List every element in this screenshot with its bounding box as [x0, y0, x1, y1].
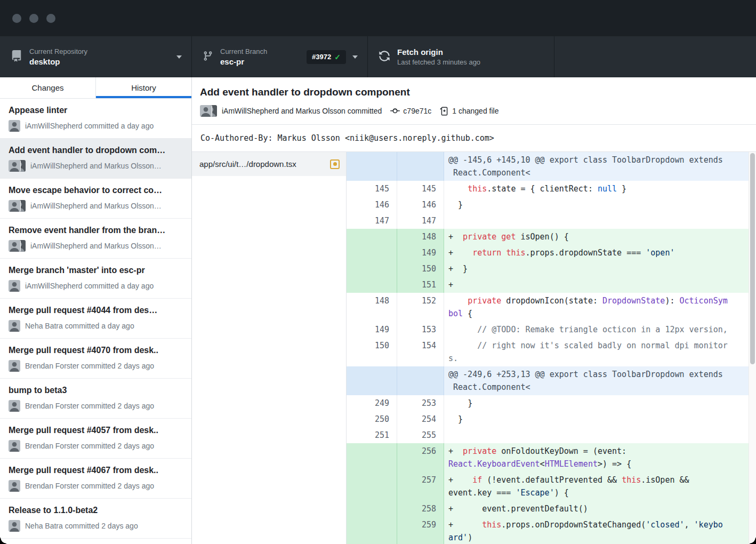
- check-icon: ✓: [334, 53, 341, 61]
- sync-icon: [379, 50, 390, 64]
- commit-item-meta-text: Brendan Forster committed 2 days ago: [25, 362, 154, 370]
- commit-item-meta-text: Brendan Forster committed 2 days ago: [25, 442, 154, 450]
- diff-line-row: 249253 }: [347, 395, 749, 411]
- tab-history[interactable]: History: [96, 77, 191, 98]
- branch-name: esc-pr: [220, 57, 303, 67]
- commit-item-meta: iAmWillShepherd and Markus Olsson…: [9, 200, 183, 212]
- commit-item-meta-text: iAmWillShepherd and Markus Olsson…: [30, 162, 162, 170]
- diff-scrollbar[interactable]: [749, 152, 756, 544]
- diff-line-content: // right now it's scaled badly on normal…: [444, 338, 749, 366]
- sidebar: Changes History Appease linter iAmWillSh…: [0, 77, 192, 544]
- branch-switcher-button[interactable]: Current Branch esc-pr #3972 ✓: [192, 36, 368, 77]
- old-line-number: [347, 152, 397, 181]
- commit-list-item[interactable]: Merge pull request #4070 from desk.. Bre…: [0, 339, 191, 379]
- diff-line-content: [444, 427, 749, 443]
- file-path: app/src/ui/t…/dropdown.tsx: [199, 159, 325, 169]
- commit-list-item[interactable]: Merge branch 'master' into esc-pr iAmWil…: [0, 259, 191, 299]
- commit-header: Add event handler to dropdown component …: [192, 77, 756, 124]
- diff-line-row: 150154 // right now it's scaled badly on…: [347, 338, 749, 366]
- old-line-number: 145: [347, 181, 397, 197]
- diff-line-content: + }: [444, 261, 749, 277]
- commit-title: Add event handler to dropdown component: [200, 85, 747, 99]
- diff-line-content: @@ -145,6 +145,10 @@ export class Toolba…: [444, 152, 749, 181]
- commit-item-title: Release to 1.1.0-beta2: [9, 505, 183, 516]
- window-corner-mask: [0, 538, 6, 544]
- changed-files-count: 1 changed file: [452, 107, 498, 115]
- commit-item-meta: Brendan Forster committed 2 days ago: [9, 360, 183, 372]
- commit-authors: iAmWillShepherd and Markus Olsson commit…: [222, 107, 382, 115]
- new-line-number: [397, 366, 444, 395]
- pr-status-badge[interactable]: #3972 ✓: [307, 50, 346, 64]
- old-line-number: 146: [347, 197, 397, 213]
- commit-item-title: Merge pull request #4044 from des…: [9, 305, 183, 316]
- commit-item-meta: iAmWillShepherd committed a day ago: [9, 120, 183, 132]
- app-window: Current Repository desktop Current Branc…: [0, 0, 756, 544]
- titlebar: [0, 0, 756, 36]
- commit-list-item[interactable]: Remove event handler from the bran… iAmW…: [0, 219, 191, 259]
- commit-item-meta-text: Brendan Forster committed 2 days ago: [25, 482, 154, 490]
- window-zoom-button[interactable]: [46, 14, 55, 23]
- diff-line-content: // @TODO: Remake triangle octicon in a 1…: [444, 322, 749, 338]
- file-modified-icon: [330, 159, 340, 169]
- avatar: [9, 440, 20, 452]
- commit-list-item[interactable]: Add event handler to dropdown com… iAmWi…: [0, 139, 191, 179]
- commit-item-meta: iAmWillShepherd and Markus Olsson…: [9, 160, 183, 172]
- changed-file-icon: [440, 107, 449, 116]
- commit-list-item[interactable]: Release to 1.1.0-beta2 Neha Batra commit…: [0, 499, 191, 539]
- file-list-item[interactable]: app/src/ui/t…/dropdown.tsx: [192, 152, 346, 176]
- window-close-button[interactable]: [12, 14, 21, 23]
- diff-line-row: 250254 }: [347, 411, 749, 427]
- fetch-origin-button[interactable]: Fetch origin Last fetched 3 minutes ago: [368, 36, 554, 77]
- window-minimize-button[interactable]: [29, 14, 38, 23]
- tab-changes[interactable]: Changes: [0, 77, 96, 98]
- commit-history-list: Appease linter iAmWillShepherd committed…: [0, 99, 191, 544]
- avatar: [9, 360, 20, 372]
- new-line-number: 257: [397, 472, 444, 501]
- diff-line-row: 151+: [347, 277, 749, 293]
- diff-line-content: [444, 213, 749, 229]
- old-line-number: [347, 366, 397, 395]
- scrollbar-thumb[interactable]: [750, 153, 755, 364]
- main-panel: Add event handler to dropdown component …: [192, 77, 756, 544]
- diff-line-content: this.state = { clientRect: null }: [444, 181, 749, 197]
- avatar: [9, 400, 20, 412]
- commit-item-title: Remove event handler from the bran…: [9, 225, 183, 236]
- commit-list-item[interactable]: Merge pull request #4044 from des… Neha …: [0, 299, 191, 339]
- new-line-number: 154: [397, 338, 444, 366]
- diff-line-row: 147147: [347, 213, 749, 229]
- window-corner-mask: [750, 538, 756, 544]
- commit-item-meta-text: iAmWillShepherd committed a day ago: [25, 282, 154, 290]
- old-line-number: [347, 517, 397, 544]
- commit-list-item[interactable]: bump to beta3 Brendan Forster committed …: [0, 379, 191, 419]
- commit-item-meta: Brendan Forster committed 2 days ago: [9, 480, 183, 492]
- commit-item-title: Add event handler to dropdown com…: [9, 145, 183, 156]
- commit-list-item[interactable]: Merge pull request #4057 from desk.. Bre…: [0, 419, 191, 459]
- old-line-number: 250: [347, 411, 397, 427]
- chevron-down-icon: [176, 55, 182, 59]
- avatar-stack: [200, 105, 217, 117]
- pr-number: #3972: [312, 53, 331, 61]
- new-line-number: 255: [397, 427, 444, 443]
- repository-switcher-button[interactable]: Current Repository desktop: [0, 36, 192, 77]
- diff-hunk-header-row: @@ -249,6 +253,13 @@ export class Toolba…: [347, 366, 749, 395]
- old-line-number: [347, 501, 397, 517]
- commit-list-item[interactable]: Move escape behavior to correct co… iAmW…: [0, 179, 191, 219]
- commit-list-item[interactable]: Merge pull request #4068 from desk..: [0, 539, 191, 544]
- commit-item-meta-text: Neha Batra committed a day ago: [25, 322, 134, 330]
- commit-list-item[interactable]: Appease linter iAmWillShepherd committed…: [0, 99, 191, 139]
- commit-item-title: Move escape behavior to correct co…: [9, 185, 183, 196]
- old-line-number: [347, 261, 397, 277]
- commit-description: Co-Authored-By: Markus Olsson <niik@user…: [192, 125, 756, 151]
- commit-item-meta-text: iAmWillShepherd and Markus Olsson…: [30, 202, 162, 210]
- commit-item-title: Merge branch 'master' into esc-pr: [9, 265, 183, 276]
- toolbar: Current Repository desktop Current Branc…: [0, 36, 756, 77]
- new-line-number: 253: [397, 395, 444, 411]
- new-line-number: [397, 152, 444, 181]
- diff-line-content: }: [444, 411, 749, 427]
- new-line-number: 153: [397, 322, 444, 338]
- old-line-number: [347, 277, 397, 293]
- diff-line-row: 258+ event.preventDefault(): [347, 501, 749, 517]
- old-line-number: [347, 472, 397, 501]
- commit-item-title: Merge pull request #4057 from desk..: [9, 425, 183, 436]
- commit-list-item[interactable]: Merge pull request #4067 from desk.. Bre…: [0, 459, 191, 499]
